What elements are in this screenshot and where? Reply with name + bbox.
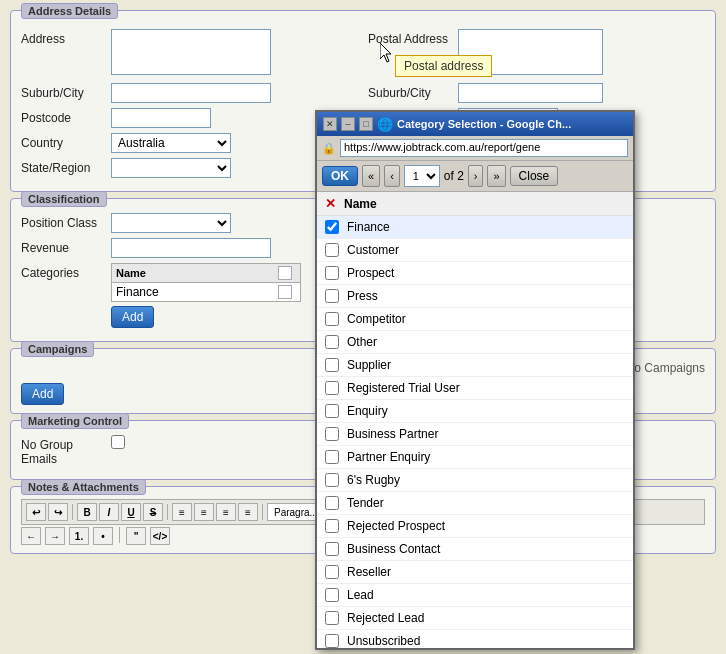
cat-item-checkbox-7[interactable]	[325, 381, 339, 395]
cat-item-checkbox-15[interactable]	[325, 565, 339, 579]
cat-item-checkbox-11[interactable]	[325, 473, 339, 487]
postcode-label: Postcode	[21, 108, 111, 125]
toolbar-sep3	[262, 504, 263, 520]
toolbar-italic[interactable]: I	[99, 503, 119, 521]
toolbar-ordered-list[interactable]: 1.	[69, 527, 89, 545]
cat-list-item[interactable]: Business Contact	[317, 538, 633, 561]
cat-list-item[interactable]: 6's Rugby	[317, 469, 633, 492]
cat-list-item[interactable]: Unsubscribed	[317, 630, 633, 648]
popup-page-select[interactable]: 1 2	[404, 165, 440, 187]
popup-close-x-btn[interactable]: ✕	[323, 117, 337, 131]
suburb-row: Suburb/City	[21, 83, 358, 103]
popup-url[interactable]: https://www.jobtrack.com.au/report/gene	[340, 139, 628, 157]
cat-item-checkbox-4[interactable]	[325, 312, 339, 326]
popup-next-next-btn[interactable]: »	[487, 165, 505, 187]
cat-item-checkbox-2[interactable]	[325, 266, 339, 280]
address-details-title: Address Details	[21, 3, 118, 19]
categories-header-checkbox[interactable]	[278, 266, 292, 280]
cat-item-checkbox-16[interactable]	[325, 588, 339, 602]
suburb-input[interactable]	[111, 83, 271, 103]
cat-item-label-9: Business Partner	[347, 427, 438, 441]
campaigns-add-button[interactable]: Add	[21, 383, 64, 405]
cat-list-item[interactable]: Reseller	[317, 561, 633, 584]
toolbar-blockquote[interactable]: "	[126, 527, 146, 545]
cat-item-label-3: Press	[347, 289, 378, 303]
toolbar-align-justify[interactable]: ≡	[238, 503, 258, 521]
toolbar-bold[interactable]: B	[77, 503, 97, 521]
toolbar-indent-more[interactable]: →	[45, 527, 65, 545]
cat-list-item[interactable]: Press	[317, 285, 633, 308]
toolbar-align-left[interactable]: ≡	[172, 503, 192, 521]
popup-titlebar-left: ✕ – □ 🌐 Category Selection - Google Ch..…	[323, 117, 571, 132]
chrome-icon: 🌐	[377, 117, 393, 132]
toolbar-indent-less[interactable]: ←	[21, 527, 41, 545]
address-left-col: Address Suburb/City Postcode	[21, 27, 358, 183]
toolbar-undo[interactable]: ↩	[26, 503, 46, 521]
no-group-emails-label: No Group Emails	[21, 435, 111, 466]
popup-ok-button[interactable]: OK	[322, 166, 358, 186]
position-class-label: Position Class	[21, 213, 111, 230]
campaigns-title: Campaigns	[21, 341, 94, 357]
cat-item-checkbox-10[interactable]	[325, 450, 339, 464]
postal-suburb-input[interactable]	[458, 83, 603, 103]
country-row: Country Australia	[21, 133, 358, 153]
cat-item-label-14: Business Contact	[347, 542, 440, 556]
toolbar-unordered-list[interactable]: •	[93, 527, 113, 545]
popup-minimize-btn[interactable]: –	[341, 117, 355, 131]
category-finance-row: Finance	[112, 283, 300, 301]
categories-add-button[interactable]: Add	[111, 306, 154, 328]
no-group-emails-checkbox[interactable]	[111, 435, 125, 449]
cat-list-item[interactable]: Competitor	[317, 308, 633, 331]
toolbar-align-right[interactable]: ≡	[216, 503, 236, 521]
popup-prev-prev-btn[interactable]: «	[362, 165, 380, 187]
cat-item-checkbox-13[interactable]	[325, 519, 339, 533]
cat-list-item[interactable]: Customer	[317, 239, 633, 262]
cat-list-item[interactable]: Partner Enquiry	[317, 446, 633, 469]
cat-list-item[interactable]: Rejected Lead	[317, 607, 633, 630]
position-class-select[interactable]	[111, 213, 231, 233]
select-all-x-icon[interactable]: ✕	[325, 196, 336, 211]
cat-list-item[interactable]: Rejected Prospect	[317, 515, 633, 538]
cat-item-label-1: Customer	[347, 243, 399, 257]
cat-item-checkbox-17[interactable]	[325, 611, 339, 625]
popup-prev-btn[interactable]: ‹	[384, 165, 400, 187]
cat-item-label-2: Prospect	[347, 266, 394, 280]
cat-list-item[interactable]: Supplier	[317, 354, 633, 377]
toolbar-redo[interactable]: ↪	[48, 503, 68, 521]
cat-list-item[interactable]: Finance	[317, 216, 633, 239]
cat-list-item[interactable]: Enquiry	[317, 400, 633, 423]
toolbar-strikethrough[interactable]: S	[143, 503, 163, 521]
cat-list-item[interactable]: Registered Trial User	[317, 377, 633, 400]
cat-list-item[interactable]: Prospect	[317, 262, 633, 285]
cat-list-item[interactable]: Other	[317, 331, 633, 354]
cat-item-checkbox-18[interactable]	[325, 634, 339, 648]
toolbar-align-center[interactable]: ≡	[194, 503, 214, 521]
cat-item-label-0: Finance	[347, 220, 390, 234]
postcode-input[interactable]	[111, 108, 211, 128]
cat-list-header: ✕ Name	[317, 192, 633, 216]
notes-title: Notes & Attachments	[21, 479, 146, 495]
cat-item-checkbox-14[interactable]	[325, 542, 339, 556]
country-select[interactable]: Australia	[111, 133, 231, 153]
cat-item-checkbox-12[interactable]	[325, 496, 339, 510]
cat-list-item[interactable]: Tender	[317, 492, 633, 515]
cat-item-checkbox-1[interactable]	[325, 243, 339, 257]
cat-item-checkbox-3[interactable]	[325, 289, 339, 303]
popup-maximize-btn[interactable]: □	[359, 117, 373, 131]
address-input[interactable]	[111, 29, 271, 75]
revenue-input[interactable]	[111, 238, 271, 258]
toolbar-underline[interactable]: U	[121, 503, 141, 521]
popup-next-btn[interactable]: ›	[468, 165, 484, 187]
category-finance-checkbox[interactable]	[278, 285, 292, 299]
cat-item-label-17: Rejected Lead	[347, 611, 424, 625]
cat-item-checkbox-9[interactable]	[325, 427, 339, 441]
cat-list-item[interactable]: Business Partner	[317, 423, 633, 446]
state-select[interactable]	[111, 158, 231, 178]
cat-item-checkbox-8[interactable]	[325, 404, 339, 418]
cat-list-item[interactable]: Lead	[317, 584, 633, 607]
popup-close-button[interactable]: Close	[510, 166, 559, 186]
cat-item-checkbox-6[interactable]	[325, 358, 339, 372]
toolbar-code[interactable]: </>	[150, 527, 170, 545]
cat-item-checkbox-0[interactable]	[325, 220, 339, 234]
cat-item-checkbox-5[interactable]	[325, 335, 339, 349]
